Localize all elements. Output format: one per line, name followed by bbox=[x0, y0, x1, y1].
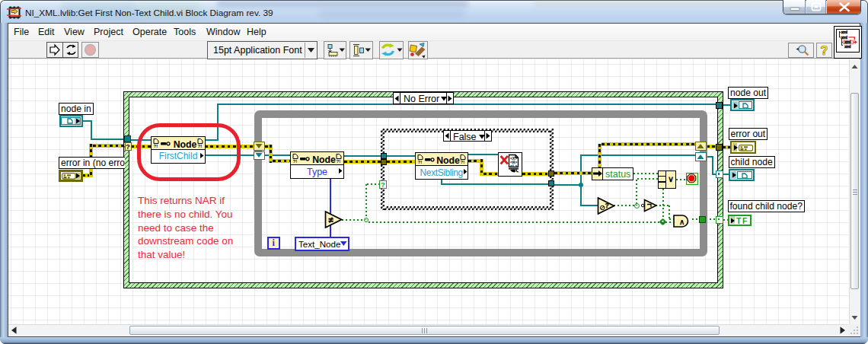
svg-text:xml: xml bbox=[841, 30, 847, 34]
svg-text:xml: xml bbox=[841, 34, 847, 39]
svg-text:xml: xml bbox=[844, 44, 851, 49]
svg-text:?!: ?! bbox=[293, 159, 298, 164]
svg-text:<L>: <L> bbox=[510, 164, 517, 169]
svg-text:≠: ≠ bbox=[329, 215, 333, 225]
svg-text:?!: ?! bbox=[417, 160, 422, 164]
svg-text:?: ? bbox=[821, 44, 828, 57]
svg-text:?!: ?! bbox=[461, 160, 465, 164]
svg-text:?!: ?! bbox=[337, 159, 341, 164]
svg-text:?: ? bbox=[605, 202, 609, 209]
svg-text:∧: ∧ bbox=[679, 217, 685, 225]
